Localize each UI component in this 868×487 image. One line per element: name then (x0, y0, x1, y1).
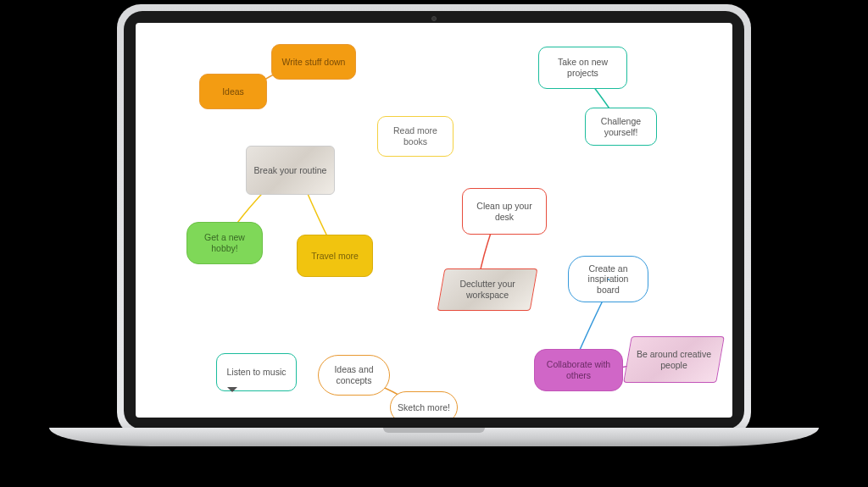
node-listen-to-music[interactable]: Listen to music (216, 353, 297, 391)
node-travel-more[interactable]: Travel more (297, 235, 373, 277)
node-label: Be around creative people (635, 349, 713, 370)
node-label: Ideas and concepts (326, 364, 382, 385)
node-label: Get a new hobby! (194, 232, 255, 253)
node-label: Take on new projects (546, 57, 620, 78)
node-label: Sketch more! (398, 402, 450, 413)
node-challenge-yourself[interactable]: Challenge yourself! (585, 108, 657, 146)
node-ideas-and-concepts[interactable]: Ideas and concepts (318, 355, 390, 396)
node-label: Declutter your workspace (448, 279, 526, 300)
node-label: Travel more (311, 251, 359, 262)
screen: Ideas Write stuff down Read more books T… (136, 23, 732, 418)
node-label: Ideas (222, 86, 244, 97)
laptop-bezel: Ideas Write stuff down Read more books T… (124, 11, 744, 429)
node-break-your-routine[interactable]: Break your routine (246, 146, 335, 195)
node-take-on-new-projects[interactable]: Take on new projects (538, 47, 627, 89)
node-create-inspiration-board[interactable]: Create an inspiration board (568, 256, 648, 302)
node-be-around-creative-people[interactable]: Be around creative people (623, 336, 725, 383)
node-collaborate-with-others[interactable]: Collaborate with others (534, 349, 623, 391)
node-clean-up-your-desk[interactable]: Clean up your desk (462, 188, 547, 235)
node-label: Challenge yourself! (593, 116, 649, 137)
node-label: Collaborate with others (542, 359, 615, 380)
node-label: Read more books (385, 125, 446, 147)
node-get-a-new-hobby[interactable]: Get a new hobby! (186, 222, 263, 264)
node-label: Break your routine (254, 165, 327, 176)
camera-icon (431, 16, 437, 21)
node-declutter-workspace[interactable]: Declutter your workspace (437, 268, 538, 311)
node-sketch-more[interactable]: Sketch more! (390, 391, 458, 418)
laptop-frame: Ideas Write stuff down Read more books T… (117, 4, 751, 436)
node-ideas[interactable]: Ideas (199, 74, 267, 109)
mindmap-canvas[interactable]: Ideas Write stuff down Read more books T… (136, 23, 732, 418)
node-label: Listen to music (226, 367, 286, 378)
node-label: Write stuff down (282, 57, 346, 68)
node-label: Clean up your desk (470, 201, 539, 222)
laptop-base (49, 428, 819, 446)
node-read-more-books[interactable]: Read more books (377, 116, 453, 157)
node-label: Create an inspiration board (576, 263, 641, 296)
node-write-stuff-down[interactable]: Write stuff down (271, 44, 356, 80)
